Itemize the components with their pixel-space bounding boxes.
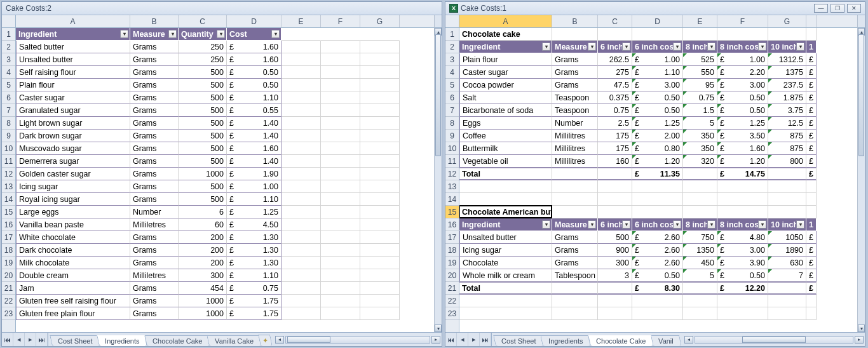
- row-header-21[interactable]: 21: [2, 282, 15, 295]
- cell[interactable]: £: [806, 155, 817, 168]
- horizontal-scrollbar[interactable]: ◂ ▸: [683, 333, 865, 346]
- cell[interactable]: £3.00: [717, 244, 768, 257]
- cell[interactable]: [360, 257, 400, 269]
- cell[interactable]: [321, 130, 360, 142]
- row-header-15[interactable]: 15: [445, 206, 459, 218]
- cell[interactable]: Grams: [130, 257, 179, 269]
- cell[interactable]: [360, 168, 400, 180]
- cell[interactable]: 175: [598, 130, 632, 142]
- cell[interactable]: 47.5: [598, 79, 632, 91]
- cell[interactable]: [552, 282, 598, 295]
- cell[interactable]: [717, 28, 768, 41]
- cell[interactable]: £1.20: [632, 155, 683, 168]
- cell[interactable]: [360, 79, 400, 91]
- cell[interactable]: Millilitres: [552, 130, 598, 142]
- filter-dropdown-icon[interactable]: ▾: [673, 43, 681, 51]
- cell[interactable]: [806, 193, 817, 206]
- table-header-cost[interactable]: Cost▾: [227, 28, 281, 41]
- cell[interactable]: [552, 295, 598, 307]
- cell[interactable]: [281, 66, 321, 79]
- table-header[interactable]: 6 inch cost▾: [632, 41, 683, 53]
- row-header-4[interactable]: 4: [2, 66, 15, 79]
- cell[interactable]: £2.20: [717, 66, 768, 79]
- cells-area[interactable]: Ingredient▾Measure▾Quantity▾Cost▾Salted …: [16, 28, 434, 332]
- restore-button[interactable]: ❐: [831, 4, 844, 13]
- cell[interactable]: £0.50: [717, 269, 768, 282]
- cell[interactable]: £: [806, 257, 817, 269]
- scroll-down-arrow[interactable]: ▾: [858, 325, 865, 332]
- cell[interactable]: 0.75: [598, 104, 632, 117]
- cell[interactable]: Grams: [130, 295, 179, 307]
- cell[interactable]: 5: [683, 117, 717, 130]
- cell[interactable]: [806, 28, 817, 41]
- cell[interactable]: [321, 282, 360, 295]
- cell[interactable]: [598, 168, 632, 180]
- cell[interactable]: [459, 307, 552, 320]
- row-header-22[interactable]: 22: [2, 295, 15, 307]
- cell[interactable]: Chocolate cake: [459, 28, 552, 41]
- cell[interactable]: Large eggs: [16, 206, 130, 218]
- cell[interactable]: [321, 41, 360, 53]
- cell[interactable]: [360, 295, 400, 307]
- cell[interactable]: Teaspoon: [552, 104, 598, 117]
- cell[interactable]: [683, 295, 717, 307]
- cell[interactable]: 1312.5: [768, 53, 806, 66]
- cell[interactable]: 500: [179, 193, 227, 206]
- new-sheet-tab[interactable]: ✦: [258, 335, 273, 346]
- scroll-thumb[interactable]: [858, 34, 864, 156]
- row-header-12[interactable]: 12: [2, 168, 15, 180]
- cell[interactable]: [683, 282, 717, 295]
- cell[interactable]: Grams: [552, 244, 598, 257]
- cell[interactable]: £1.90: [227, 168, 281, 180]
- cell[interactable]: Icing sugar: [16, 180, 130, 193]
- table-header[interactable]: Measure▾: [552, 41, 598, 53]
- cell[interactable]: Grams: [130, 66, 179, 79]
- cell[interactable]: [281, 206, 321, 218]
- cell[interactable]: [321, 218, 360, 231]
- cell[interactable]: [768, 295, 806, 307]
- cell[interactable]: 550: [683, 66, 717, 79]
- row-header-23[interactable]: 23: [2, 307, 15, 320]
- cell[interactable]: [598, 295, 632, 307]
- cell[interactable]: [768, 168, 806, 180]
- cell[interactable]: £: [806, 117, 817, 130]
- horizontal-scrollbar[interactable]: ◂ ▸: [274, 333, 442, 346]
- table-header[interactable]: 8 inch cost▾: [717, 41, 768, 53]
- table-header[interactable]: Ingredient▾: [459, 218, 552, 231]
- cell[interactable]: 500: [179, 130, 227, 142]
- cell[interactable]: Number: [552, 117, 598, 130]
- cell[interactable]: 350: [683, 142, 717, 155]
- cell[interactable]: [281, 244, 321, 257]
- cell[interactable]: 0.375: [598, 91, 632, 104]
- cell[interactable]: £1.00: [717, 53, 768, 66]
- col-header-A[interactable]: A: [16, 15, 130, 27]
- cell[interactable]: 1.875: [768, 91, 806, 104]
- cell[interactable]: 60: [179, 218, 227, 231]
- cell[interactable]: Salt: [459, 91, 552, 104]
- cell[interactable]: 320: [683, 155, 717, 168]
- hscroll-thumb[interactable]: [742, 337, 805, 343]
- cell[interactable]: 175: [598, 142, 632, 155]
- cell[interactable]: £1.60: [227, 53, 281, 66]
- row-header-14[interactable]: 14: [2, 193, 15, 206]
- cell[interactable]: 1375: [768, 66, 806, 79]
- cell[interactable]: [321, 28, 360, 41]
- table-header[interactable]: 8 inch▾: [683, 218, 717, 231]
- table-header[interactable]: 1: [806, 41, 817, 53]
- row-header-5[interactable]: 5: [445, 79, 459, 91]
- table-header[interactable]: 1: [806, 218, 817, 231]
- cell[interactable]: [459, 295, 552, 307]
- cell[interactable]: 750: [683, 231, 717, 244]
- cell[interactable]: Vanilla bean paste: [16, 218, 130, 231]
- cell[interactable]: [321, 66, 360, 79]
- cell[interactable]: [683, 168, 717, 180]
- cell[interactable]: £0.50: [227, 66, 281, 79]
- cell[interactable]: Tablespoon: [552, 269, 598, 282]
- cell[interactable]: £1.30: [227, 231, 281, 244]
- cell[interactable]: £2.00: [632, 130, 683, 142]
- row-header-20[interactable]: 20: [445, 269, 459, 282]
- cell[interactable]: [360, 142, 400, 155]
- sheet-tab-cost-sheet[interactable]: Cost Sheet: [50, 335, 100, 346]
- cell[interactable]: £1.30: [227, 244, 281, 257]
- cell[interactable]: [598, 180, 632, 193]
